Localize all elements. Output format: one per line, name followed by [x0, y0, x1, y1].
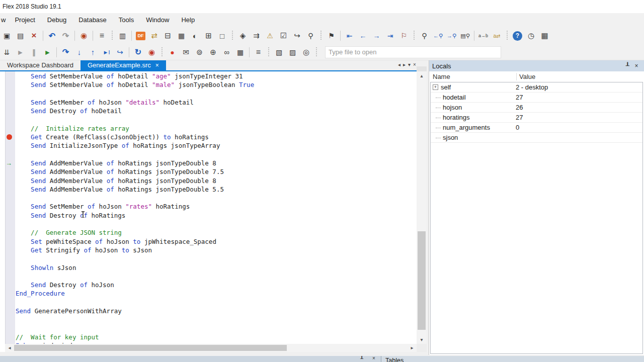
checklist-icon[interactable]: ☑: [277, 29, 290, 42]
panels-icon[interactable]: ▥: [116, 29, 129, 42]
vertical-scroll-thumb[interactable]: [418, 231, 426, 330]
menu-item-database[interactable]: Database: [72, 13, 113, 27]
code-line[interactable]: Send Destroy of hoDetail: [16, 107, 416, 115]
dataflex-studio-icon[interactable]: DF: [136, 32, 145, 40]
warnings-icon[interactable]: ⚠: [263, 29, 277, 42]
expand-icon[interactable]: +: [433, 84, 438, 90]
scroll-right-icon[interactable]: ▸: [409, 345, 416, 350]
code-line[interactable]: // Initialize rates array: [16, 124, 416, 133]
tab-scroll-left-icon[interactable]: ◂: [398, 62, 400, 67]
code-line[interactable]: Send AddMemberValue of hoRatings jsonTyp…: [16, 159, 416, 167]
code-line[interactable]: Showln sJson: [16, 263, 416, 272]
menu-item-tools[interactable]: Tools: [113, 13, 140, 27]
file-search-icon[interactable]: ⚲: [304, 29, 317, 42]
database-table-icon[interactable]: ▧: [272, 46, 286, 59]
menu-item-project[interactable]: Project: [9, 13, 41, 27]
code-line[interactable]: Send AddMemberValue of hoRatings jsonTyp…: [16, 167, 416, 176]
code-line[interactable]: Send GeneratePersonWithArray: [16, 307, 416, 315]
bookmark-toggle-icon[interactable]: ⚑: [325, 29, 338, 42]
tab-dropdown-icon[interactable]: ▾: [408, 62, 411, 67]
code-line[interactable]: End_Procedure: [16, 289, 416, 298]
locals-grid-icon[interactable]: ▦: [233, 46, 247, 59]
find-icon[interactable]: ⚲: [418, 29, 431, 42]
find-prev-icon[interactable]: ←⚲: [431, 29, 445, 42]
continue-icon[interactable]: ►: [41, 46, 54, 59]
quick-watch-icon[interactable]: ∞: [220, 46, 233, 59]
menu-item-w[interactable]: w: [0, 13, 9, 27]
code-line[interactable]: Get Create (RefClass(cJsonObject)) to ho…: [16, 133, 416, 141]
step-into-icon[interactable]: ↓: [72, 46, 86, 59]
horizontal-scroll-thumb[interactable]: [14, 345, 287, 351]
export-icon[interactable]: ↪: [290, 29, 304, 42]
styles-palette-icon[interactable]: ◐: [188, 29, 202, 42]
code-line[interactable]: [16, 115, 416, 124]
pause-icon[interactable]: ∥: [27, 46, 41, 59]
code-line[interactable]: [16, 220, 416, 228]
close-icon[interactable]: ×: [632, 62, 641, 69]
bookmark-first-icon[interactable]: ⇤: [343, 29, 356, 42]
step-over-icon[interactable]: ↷: [59, 46, 72, 59]
locals-row[interactable]: horatings27: [431, 113, 642, 123]
about-icon[interactable]: ◷: [524, 29, 538, 42]
locals-row[interactable]: hodetail27: [431, 93, 642, 103]
code-editor[interactable]: → Send SetMemberValue of hoDetail "age" …: [0, 71, 427, 352]
code-line[interactable]: [16, 89, 416, 98]
code-line[interactable]: Send AddMemberValue of hoRatings jsonTyp…: [16, 185, 416, 194]
bookmark-prev-icon[interactable]: ←: [356, 29, 370, 42]
step-exception-icon[interactable]: ⇊: [0, 46, 14, 59]
pin-icon[interactable]: ┸: [360, 356, 363, 361]
delete-icon[interactable]: ×: [27, 29, 41, 42]
workspace-explorer-icon[interactable]: ⇄: [147, 29, 161, 42]
set-next-statement-icon[interactable]: ↪: [113, 46, 127, 59]
scroll-left-icon[interactable]: ◂: [6, 345, 13, 350]
tab-close-all-icon[interactable]: ×: [413, 62, 416, 67]
copy-icon[interactable]: ▣: [0, 29, 14, 42]
code-line[interactable]: Send SetMemberValue of hoDetail "male" j…: [16, 80, 416, 89]
bookmark-next-icon[interactable]: →: [370, 29, 383, 42]
code-line[interactable]: Send SetMember of hoJson "rates" hoRatin…: [16, 202, 416, 211]
code-line[interactable]: // Generate JSON string: [16, 228, 416, 237]
run-to-cursor-icon[interactable]: ►I: [100, 46, 113, 59]
tab-close-icon[interactable]: ×: [155, 60, 159, 70]
database-builder-icon[interactable]: ▨: [286, 46, 299, 59]
code-line[interactable]: [16, 315, 416, 324]
code-line[interactable]: [16, 194, 416, 202]
column-name[interactable]: Name: [430, 73, 517, 80]
watch-expression-icon[interactable]: ⊚: [193, 46, 206, 59]
editor-gutter[interactable]: [5, 71, 15, 344]
bookmarks-clear-icon[interactable]: ⚐: [397, 29, 411, 42]
code-line[interactable]: Send SetMember of hoJson "details" hoDet…: [16, 98, 416, 107]
menu-item-help[interactable]: Help: [175, 13, 201, 27]
webapp-icon[interactable]: ◎: [299, 46, 313, 59]
table-explorer-icon[interactable]: ⊞: [202, 29, 215, 42]
redo-icon[interactable]: ↷: [59, 29, 72, 42]
vertical-scrollbar[interactable]: ▴ ▾: [417, 71, 427, 344]
table-editor-icon[interactable]: ▦: [175, 29, 188, 42]
code-line[interactable]: [16, 254, 416, 263]
run-icon[interactable]: ►: [14, 46, 27, 59]
horizontal-scrollbar[interactable]: ◂ ▸: [5, 344, 417, 352]
menu-item-window[interactable]: Window: [140, 13, 175, 27]
scroll-down-icon[interactable]: ▾: [417, 337, 427, 342]
code-line[interactable]: Send AddMemberValue of hoRatings jsonTyp…: [16, 176, 416, 185]
file-open-input[interactable]: [325, 46, 501, 58]
find-next-icon[interactable]: →⚲: [445, 29, 458, 42]
code-line[interactable]: [16, 150, 416, 159]
error-report-icon[interactable]: ✉: [179, 46, 193, 59]
watch-globe-icon[interactable]: ⊕: [206, 46, 220, 59]
locals-row[interactable]: sjson: [431, 133, 642, 143]
new-file-icon[interactable]: □: [215, 29, 229, 42]
call-stack-icon[interactable]: ≡: [252, 46, 265, 59]
code-line[interactable]: Send Destroy of hoRatings: [16, 211, 416, 220]
column-value[interactable]: Value: [517, 73, 535, 80]
code-line[interactable]: [16, 324, 416, 333]
code-line[interactable]: Get Stringify of hoJson to sJson: [16, 246, 416, 254]
record-macro-icon[interactable]: ◉: [77, 29, 91, 42]
tab-workspace-dashboard[interactable]: Workspace Dashboard: [0, 60, 80, 70]
bookmark-last-icon[interactable]: ⇥: [383, 29, 397, 42]
locals-row[interactable]: +self2 - desktop: [431, 82, 642, 93]
data-modeler-icon[interactable]: ⊟: [161, 29, 175, 42]
references-icon[interactable]: ⇉: [250, 29, 263, 42]
print-icon[interactable]: ≡: [95, 29, 109, 42]
tab-generate-example[interactable]: GenerateExample.src ×: [80, 60, 166, 70]
